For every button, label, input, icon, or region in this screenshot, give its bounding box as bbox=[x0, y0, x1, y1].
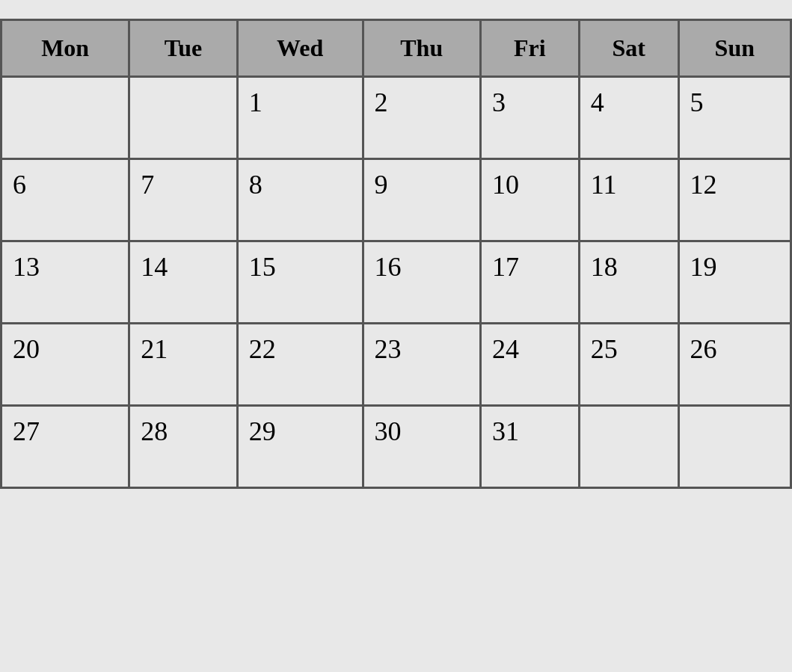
day-cell-8[interactable]: 8 bbox=[237, 159, 363, 241]
week-row-2: 6789101112 bbox=[1, 159, 791, 241]
day-cell-30[interactable]: 30 bbox=[363, 406, 480, 488]
day-cell-4[interactable]: 4 bbox=[579, 77, 678, 159]
day-header-sat: Sat bbox=[579, 20, 678, 77]
day-cell-22[interactable]: 22 bbox=[237, 324, 363, 406]
day-cell-26[interactable]: 26 bbox=[678, 324, 791, 406]
day-cell-10[interactable]: 10 bbox=[480, 159, 579, 241]
day-cell-20[interactable]: 20 bbox=[1, 324, 129, 406]
day-cell-15[interactable]: 15 bbox=[237, 241, 363, 324]
empty-cell bbox=[129, 77, 238, 159]
day-header-sun: Sun bbox=[678, 20, 791, 77]
day-cell-21[interactable]: 21 bbox=[129, 324, 238, 406]
day-headers-row: MonTueWedThuFriSatSun bbox=[1, 20, 791, 77]
day-cell-27[interactable]: 27 bbox=[1, 406, 129, 488]
day-cell-29[interactable]: 29 bbox=[237, 406, 363, 488]
calendar-table: MonTueWedThuFriSatSun 123456789101112131… bbox=[0, 19, 792, 489]
day-header-wed: Wed bbox=[237, 20, 363, 77]
empty-cell bbox=[1, 77, 129, 159]
week-row-1: 12345 bbox=[1, 77, 791, 159]
day-cell-12[interactable]: 12 bbox=[678, 159, 791, 241]
day-cell-14[interactable]: 14 bbox=[129, 241, 238, 324]
week-row-5: 2728293031 bbox=[1, 406, 791, 488]
day-cell-6[interactable]: 6 bbox=[1, 159, 129, 241]
day-cell-2[interactable]: 2 bbox=[363, 77, 480, 159]
day-cell-3[interactable]: 3 bbox=[480, 77, 579, 159]
calendar-container: MonTueWedThuFriSatSun 123456789101112131… bbox=[0, 0, 792, 672]
day-cell-16[interactable]: 16 bbox=[363, 241, 480, 324]
day-header-mon: Mon bbox=[1, 20, 129, 77]
day-cell-11[interactable]: 11 bbox=[579, 159, 678, 241]
week-row-3: 13141516171819 bbox=[1, 241, 791, 324]
day-cell-5[interactable]: 5 bbox=[678, 77, 791, 159]
day-header-tue: Tue bbox=[129, 20, 238, 77]
day-cell-31[interactable]: 31 bbox=[480, 406, 579, 488]
empty-cell bbox=[678, 406, 791, 488]
day-cell-9[interactable]: 9 bbox=[363, 159, 480, 241]
day-cell-28[interactable]: 28 bbox=[129, 406, 238, 488]
day-cell-18[interactable]: 18 bbox=[579, 241, 678, 324]
day-cell-13[interactable]: 13 bbox=[1, 241, 129, 324]
day-cell-19[interactable]: 19 bbox=[678, 241, 791, 324]
day-header-fri: Fri bbox=[480, 20, 579, 77]
calendar-title bbox=[0, 0, 792, 19]
day-cell-17[interactable]: 17 bbox=[480, 241, 579, 324]
day-cell-24[interactable]: 24 bbox=[480, 324, 579, 406]
day-cell-7[interactable]: 7 bbox=[129, 159, 238, 241]
empty-cell bbox=[579, 406, 678, 488]
week-row-4: 20212223242526 bbox=[1, 324, 791, 406]
day-header-thu: Thu bbox=[363, 20, 480, 77]
day-cell-23[interactable]: 23 bbox=[363, 324, 480, 406]
day-cell-1[interactable]: 1 bbox=[237, 77, 363, 159]
day-cell-25[interactable]: 25 bbox=[579, 324, 678, 406]
